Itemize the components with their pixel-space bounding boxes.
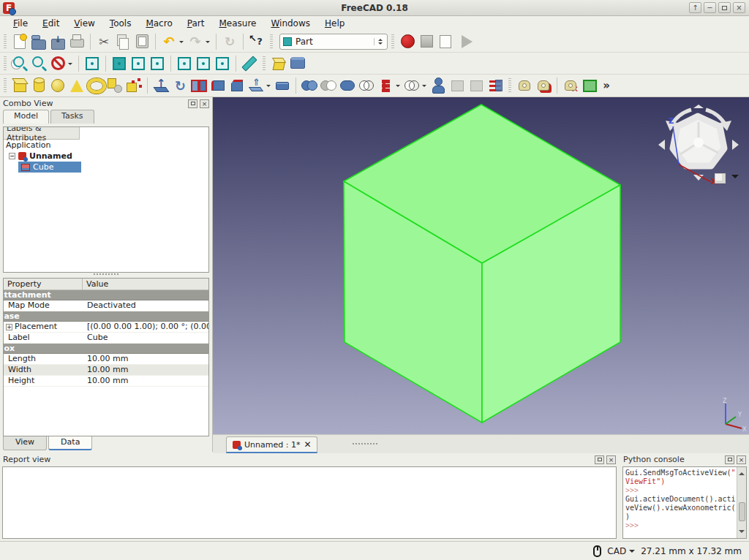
redo-icon[interactable]: ↷ bbox=[187, 33, 204, 50]
shape-builder-icon[interactable] bbox=[125, 77, 143, 94]
workbench-selector-stepper[interactable] bbox=[374, 38, 384, 45]
python-console-content[interactable]: Gui.SendMsgToActiveView(" ViewFit") >>> … bbox=[622, 466, 747, 539]
draw-style-icon[interactable] bbox=[49, 55, 67, 72]
create-part-icon[interactable] bbox=[270, 55, 287, 72]
split-dropdown-caret[interactable] bbox=[422, 85, 426, 89]
menu-edit[interactable]: Edit bbox=[35, 17, 67, 30]
placement-expander[interactable]: + bbox=[6, 324, 12, 330]
boolean-cut-icon[interactable] bbox=[320, 77, 337, 94]
menu-tools[interactable]: Tools bbox=[102, 17, 139, 30]
menu-part[interactable]: Part bbox=[180, 17, 212, 30]
scroll-thumb[interactable] bbox=[739, 502, 745, 521]
create-primitives-icon[interactable] bbox=[106, 77, 124, 94]
value-column-header[interactable]: Value bbox=[83, 279, 112, 290]
undo-icon[interactable]: ↶ bbox=[160, 33, 178, 50]
property-row-length[interactable]: Length 10.00 mm bbox=[4, 354, 208, 365]
chamfer-icon[interactable] bbox=[228, 77, 246, 94]
copy-icon[interactable] bbox=[114, 33, 132, 50]
nav-cube-menu-icon[interactable] bbox=[715, 173, 726, 183]
join-dropdown-caret[interactable] bbox=[396, 85, 400, 89]
navigation-style-dropdown[interactable]: CAD bbox=[607, 546, 635, 556]
property-row-label[interactable]: Label Cube bbox=[4, 333, 208, 344]
sweep-icon[interactable] bbox=[274, 77, 291, 94]
toolbar-grip[interactable] bbox=[3, 34, 8, 49]
left-view-icon[interactable] bbox=[214, 55, 231, 72]
nav-arrow-right[interactable] bbox=[732, 140, 739, 150]
nav-cube-menu-caret[interactable] bbox=[731, 175, 739, 182]
extrude-icon[interactable] bbox=[152, 77, 170, 94]
macro-execute-icon[interactable] bbox=[456, 33, 473, 50]
menu-macro[interactable]: Macro bbox=[138, 17, 179, 30]
clear-measurement-icon[interactable]: ✕ bbox=[562, 77, 579, 94]
boolean-union-icon[interactable] bbox=[301, 77, 318, 94]
console-scrollbar[interactable] bbox=[737, 467, 746, 538]
menu-measure[interactable]: Measure bbox=[211, 17, 263, 30]
collapse-expander[interactable]: − bbox=[9, 153, 15, 159]
cone-primitive-icon[interactable] bbox=[68, 77, 86, 94]
report-view-content[interactable] bbox=[2, 466, 617, 539]
measure-angular-icon[interactable] bbox=[535, 77, 552, 94]
property-column-header[interactable]: Property bbox=[4, 279, 83, 290]
refresh-icon[interactable]: ↻ bbox=[221, 33, 238, 50]
toolbar-grip[interactable] bbox=[391, 34, 396, 49]
nav-arrow-up[interactable] bbox=[693, 105, 704, 108]
zoom-selection-icon[interactable] bbox=[30, 55, 48, 72]
boolean-common-icon[interactable] bbox=[339, 77, 356, 94]
draw-style-dropdown-caret[interactable] bbox=[68, 63, 72, 67]
python-console-float-button[interactable] bbox=[725, 455, 734, 464]
property-value[interactable]: [(0.00 0.00 1.00); 0.00 °; (0.00 mm 0.00… bbox=[83, 322, 208, 332]
toolbar-grip[interactable] bbox=[269, 34, 274, 49]
restore-button[interactable] bbox=[718, 2, 731, 13]
open-document-icon[interactable] bbox=[30, 33, 48, 50]
front-view-icon[interactable] bbox=[110, 55, 128, 72]
shade-button[interactable]: ↑ bbox=[689, 2, 701, 13]
fit-all-icon[interactable] bbox=[11, 55, 29, 72]
box-primitive-icon[interactable] bbox=[11, 77, 29, 94]
cut-icon[interactable]: ✂ bbox=[95, 33, 113, 50]
cross-sections-icon[interactable] bbox=[486, 77, 504, 94]
combo-view-float-button[interactable] bbox=[188, 99, 197, 108]
macro-stop-icon[interactable] bbox=[418, 33, 435, 50]
torus-primitive-icon[interactable] bbox=[87, 77, 105, 94]
paste-icon[interactable] bbox=[133, 33, 151, 50]
measure-distance-icon[interactable] bbox=[241, 55, 258, 72]
tab-tasks[interactable]: Tasks bbox=[50, 110, 94, 124]
toolbar-grip[interactable] bbox=[3, 56, 8, 71]
report-view-float-button[interactable] bbox=[595, 455, 604, 464]
property-value[interactable]: 10.00 mm bbox=[83, 365, 208, 375]
workbench-selector[interactable]: Part bbox=[279, 34, 388, 50]
property-row-placement[interactable]: +Placement [(0.00 0.00 1.00); 0.00 °; (0… bbox=[4, 322, 208, 333]
thickness-icon[interactable] bbox=[467, 77, 485, 94]
property-group-attachment[interactable]: Attachment bbox=[4, 290, 208, 300]
close-button[interactable]: × bbox=[733, 2, 745, 13]
property-row-height[interactable]: Height 10.00 mm bbox=[4, 376, 208, 387]
navigation-cube[interactable]: Z X bbox=[655, 103, 742, 185]
property-group-base[interactable]: Base bbox=[4, 311, 208, 322]
tree-item-document[interactable]: − Unnamed bbox=[4, 151, 208, 162]
axonometric-view-icon[interactable] bbox=[83, 55, 101, 72]
menu-file[interactable]: File bbox=[6, 17, 35, 30]
property-row-map-mode[interactable]: Map Mode Deactivated bbox=[4, 300, 208, 311]
measure-linear-icon[interactable] bbox=[516, 77, 533, 94]
scroll-down-icon[interactable] bbox=[739, 530, 745, 536]
tab-data[interactable]: Data bbox=[48, 436, 92, 450]
python-console-close-button[interactable]: × bbox=[737, 455, 746, 464]
toggle-measurement-icon[interactable]: ✕ bbox=[581, 77, 598, 94]
tree-column-header[interactable]: Labels & Attributes bbox=[4, 127, 80, 140]
combo-view-close-button[interactable]: × bbox=[200, 99, 209, 108]
menu-windows[interactable]: Windows bbox=[263, 17, 317, 30]
panel-splitter[interactable] bbox=[0, 271, 212, 276]
top-view-icon[interactable] bbox=[129, 55, 147, 72]
tab-model[interactable]: Model bbox=[3, 110, 49, 124]
sphere-primitive-icon[interactable] bbox=[49, 77, 67, 94]
nav-arrow-left[interactable] bbox=[658, 140, 665, 150]
bottom-view-icon[interactable] bbox=[195, 55, 212, 72]
mirror-icon[interactable] bbox=[190, 77, 208, 94]
boolean-section-icon[interactable] bbox=[358, 77, 375, 94]
whats-this-icon[interactable]: ? bbox=[248, 33, 266, 50]
macro-record-icon[interactable] bbox=[399, 33, 416, 50]
property-value[interactable]: Deactivated bbox=[83, 300, 208, 311]
new-document-icon[interactable] bbox=[11, 33, 29, 50]
property-group-box[interactable]: Box bbox=[4, 344, 208, 354]
document-tab[interactable]: Unnamed : 1* ✕ bbox=[226, 436, 317, 453]
